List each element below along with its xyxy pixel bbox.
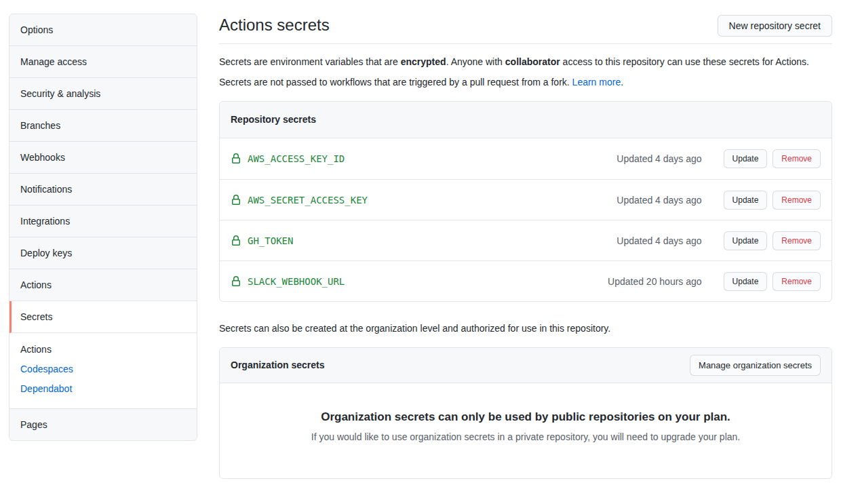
lock-icon [231, 276, 241, 287]
description-text: Secrets are not passed to workflows that… [219, 77, 572, 88]
sidebar-item-notifications[interactable]: Notifications [9, 174, 197, 206]
subnav-item-actions[interactable]: Actions [9, 340, 197, 360]
page-header: Actions secrets New repository secret [219, 15, 832, 44]
secret-row: SLACK_WEBHOOK_URL Updated 20 hours ago U… [220, 260, 832, 301]
description-text: . [621, 77, 623, 88]
description-text: access to this repository can use these … [560, 56, 809, 67]
update-secret-button[interactable]: Update [724, 191, 768, 210]
secret-row: GH_TOKEN Updated 4 days ago Update Remov… [220, 220, 832, 260]
remove-secret-button[interactable]: Remove [773, 272, 821, 291]
secret-updated-text: Updated 4 days ago [617, 235, 701, 246]
remove-secret-button[interactable]: Remove [773, 149, 821, 168]
remove-secret-button[interactable]: Remove [773, 191, 821, 210]
secret-name: AWS_ACCESS_KEY_ID [248, 153, 345, 164]
blankslate-title: Organization secrets can only be used by… [247, 410, 804, 424]
sidebar-item-deploy-keys[interactable]: Deploy keys [9, 237, 197, 269]
description-line-2: Secrets are not passed to workflows that… [219, 75, 832, 90]
settings-menu: Options Manage access Security & analysi… [9, 14, 197, 441]
secret-updated-text: Updated 4 days ago [617, 195, 701, 206]
sidebar-item-security-analysis[interactable]: Security & analysis [9, 78, 197, 110]
subnav-item-dependabot[interactable]: Dependabot [9, 379, 197, 399]
manage-organization-secrets-button[interactable]: Manage organization secrets [690, 355, 821, 376]
update-secret-button[interactable]: Update [724, 272, 768, 291]
secret-name: AWS_SECRET_ACCESS_KEY [248, 195, 368, 206]
sidebar-item-manage-access[interactable]: Manage access [9, 46, 197, 78]
secret-row: AWS_ACCESS_KEY_ID Updated 4 days ago Upd… [220, 138, 832, 179]
update-secret-button[interactable]: Update [724, 149, 768, 168]
secrets-subnav: Actions Codespaces Dependabot [9, 333, 197, 409]
sidebar-item-actions[interactable]: Actions [9, 269, 197, 301]
sidebar-item-integrations[interactable]: Integrations [9, 206, 197, 237]
page-title: Actions secrets [219, 15, 330, 35]
main-content: Actions secrets New repository secret Se… [197, 0, 860, 479]
lock-icon [231, 235, 241, 246]
secret-name: GH_TOKEN [248, 235, 293, 246]
remove-secret-button[interactable]: Remove [773, 231, 821, 250]
description-text: . Anyone with [446, 56, 505, 67]
description-line-1: Secrets are environment variables that a… [219, 55, 832, 69]
secret-row: AWS_SECRET_ACCESS_KEY Updated 4 days ago… [220, 179, 832, 220]
sidebar-item-webhooks[interactable]: Webhooks [9, 142, 197, 174]
organization-secrets-box: Organization secrets Manage organization… [219, 347, 832, 479]
settings-page: Options Manage access Security & analysi… [0, 0, 860, 479]
description-text: Secrets are environment variables that a… [219, 56, 401, 67]
sidebar-item-options[interactable]: Options [9, 14, 197, 46]
update-secret-button[interactable]: Update [724, 231, 768, 250]
learn-more-link[interactable]: Learn more [572, 77, 621, 88]
lock-icon [231, 195, 241, 206]
subnav-item-codespaces[interactable]: Codespaces [9, 360, 197, 379]
sidebar-item-pages[interactable]: Pages [9, 409, 197, 440]
lock-icon [231, 153, 241, 164]
organization-secrets-header: Organization secrets Manage organization… [220, 348, 832, 383]
collaborator-emphasis: collaborator [505, 56, 560, 67]
organization-secrets-blankslate: Organization secrets can only be used by… [220, 383, 832, 478]
secret-updated-text: Updated 4 days ago [617, 153, 701, 164]
sidebar-item-branches[interactable]: Branches [9, 110, 197, 142]
new-repository-secret-button[interactable]: New repository secret [718, 15, 832, 37]
organization-note: Secrets can also be created at the organ… [219, 322, 832, 336]
organization-secrets-title: Organization secrets [231, 358, 325, 372]
settings-sidebar: Options Manage access Security & analysi… [9, 14, 197, 479]
repository-secrets-header: Repository secrets [220, 102, 832, 138]
secret-name: SLACK_WEBHOOK_URL [248, 276, 345, 287]
secret-updated-text: Updated 20 hours ago [608, 276, 702, 287]
blankslate-text: If you would like to use organization se… [247, 430, 804, 444]
repository-secrets-title: Repository secrets [231, 113, 821, 127]
sidebar-item-secrets[interactable]: Secrets [9, 301, 197, 333]
encrypted-emphasis: encrypted [401, 56, 446, 67]
repository-secrets-box: Repository secrets AWS_ACCESS_KEY_ID Upd… [219, 101, 832, 302]
